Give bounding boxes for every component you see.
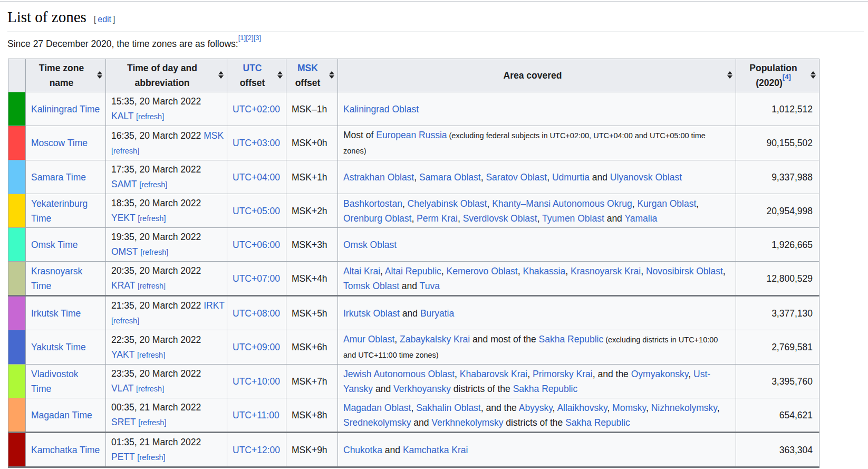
- refresh-link[interactable]: [refresh]: [137, 453, 165, 462]
- utc-offset-link[interactable]: UTC+06:00: [233, 240, 280, 250]
- area-link[interactable]: Amur Oblast: [343, 334, 394, 344]
- area-link[interactable]: Astrakhan Oblast: [343, 172, 414, 183]
- utc-offset-link[interactable]: UTC+12:00: [233, 445, 280, 455]
- abbreviation-link[interactable]: SRET: [111, 417, 136, 427]
- area-link[interactable]: Chelyabinsk Oblast: [408, 198, 487, 209]
- abbreviation-link[interactable]: PETT: [111, 452, 134, 462]
- area-link[interactable]: Sakhalin Oblast: [416, 403, 481, 413]
- reference-link-4[interactable]: [4]: [783, 73, 791, 81]
- utc-offset-link[interactable]: UTC+08:00: [233, 308, 280, 319]
- timezone-link[interactable]: Vladivostok Time: [31, 369, 79, 394]
- area-link[interactable]: Udmurtia: [552, 172, 590, 183]
- timezone-link[interactable]: Yakutsk Time: [31, 342, 86, 352]
- area-link[interactable]: Momsky: [612, 403, 646, 413]
- col-header-timezone-name[interactable]: Time zonename: [26, 59, 106, 92]
- area-link[interactable]: Chukotka: [343, 445, 382, 455]
- abbreviation-link[interactable]: OMST: [111, 246, 138, 257]
- reference-link-3[interactable]: [3]: [254, 34, 261, 42]
- col-header-population[interactable]: Population(2020)[4]: [736, 59, 819, 92]
- area-link[interactable]: Kaliningrad Oblast: [343, 104, 419, 114]
- area-link[interactable]: Khabarovsk Krai: [460, 369, 527, 379]
- area-link[interactable]: Tuva: [420, 281, 440, 291]
- area-link[interactable]: Khakassia: [523, 266, 565, 276]
- area-link[interactable]: Sakha Republic: [539, 334, 604, 344]
- refresh-link[interactable]: [refresh]: [138, 214, 166, 223]
- area-link[interactable]: Srednekolymsky: [343, 417, 411, 428]
- area-link[interactable]: European Russia: [376, 130, 447, 140]
- refresh-link[interactable]: [refresh]: [139, 180, 167, 189]
- col-header-utc-offset[interactable]: UTCoffset: [227, 59, 286, 92]
- refresh-link[interactable]: [refresh]: [111, 317, 139, 325]
- area-link[interactable]: Jewish Autonomous Oblast: [343, 369, 455, 379]
- area-link[interactable]: Primorsky Krai: [533, 369, 593, 379]
- refresh-link[interactable]: [refresh]: [136, 112, 164, 121]
- area-link[interactable]: Magadan Oblast: [343, 403, 411, 413]
- timezone-link[interactable]: Magadan Time: [31, 410, 92, 420]
- edit-link[interactable]: edit: [98, 15, 111, 24]
- area-link[interactable]: Irkutsk Oblast: [343, 308, 400, 319]
- abbreviation-link[interactable]: KRAT: [111, 280, 135, 291]
- utc-offset-link[interactable]: UTC+09:00: [233, 342, 280, 352]
- abbreviation-link[interactable]: SAMT: [111, 179, 137, 189]
- timezone-link[interactable]: Samara Time: [31, 172, 86, 183]
- area-link[interactable]: Sakha Republic: [513, 384, 578, 394]
- area-link[interactable]: Kurgan Oblast: [637, 198, 696, 209]
- utc-offset-link[interactable]: UTC+04:00: [233, 172, 280, 183]
- area-link[interactable]: Zabaykalsky Krai: [400, 334, 470, 344]
- area-link[interactable]: Buryatia: [420, 308, 454, 319]
- abbreviation-link[interactable]: KALT: [111, 111, 133, 121]
- utc-offset-link[interactable]: UTC+10:00: [233, 376, 280, 387]
- area-link[interactable]: Sverdlovsk Oblast: [463, 213, 537, 224]
- area-link[interactable]: Kemerovo Oblast: [447, 266, 518, 276]
- col-header-msk-offset[interactable]: MSKoffset: [286, 59, 338, 92]
- abbreviation-link[interactable]: YEKT: [111, 213, 135, 223]
- reference-link-2[interactable]: [2]: [246, 34, 253, 42]
- area-link[interactable]: Oymyakonsky: [631, 369, 689, 379]
- refresh-link[interactable]: [refresh]: [111, 147, 139, 155]
- area-link[interactable]: Allaikhovsky: [557, 403, 607, 413]
- timezone-link[interactable]: Moscow Time: [31, 138, 88, 148]
- utc-offset-link[interactable]: UTC+11:00: [233, 410, 279, 420]
- refresh-link[interactable]: [refresh]: [138, 418, 166, 427]
- area-link[interactable]: Bashkortostan: [343, 198, 402, 209]
- utc-offset-link[interactable]: UTC+02:00: [233, 104, 280, 114]
- area-link[interactable]: Orenburg Oblast: [343, 213, 411, 224]
- timezone-link[interactable]: Omsk Time: [31, 240, 78, 250]
- area-link[interactable]: Novosibirsk Oblast: [646, 266, 723, 276]
- area-link[interactable]: Perm Krai: [417, 213, 458, 224]
- reference-link-1[interactable]: [1]: [238, 34, 246, 42]
- abbreviation-link[interactable]: VLAT: [111, 383, 133, 394]
- area-link[interactable]: Saratov Oblast: [486, 172, 547, 183]
- area-link[interactable]: Krasnoyarsk Krai: [571, 266, 641, 276]
- timezone-link[interactable]: Kamchatka Time: [31, 445, 100, 455]
- area-link[interactable]: Altai Republic: [385, 266, 441, 276]
- refresh-link[interactable]: [refresh]: [140, 248, 168, 256]
- abbreviation-link[interactable]: IRKT: [204, 300, 225, 311]
- area-link[interactable]: Samara Oblast: [419, 172, 481, 183]
- utc-offset-header-link[interactable]: UTC: [243, 63, 262, 73]
- area-link[interactable]: Altai Krai: [343, 266, 380, 276]
- timezone-link[interactable]: Kaliningrad Time: [31, 104, 100, 114]
- refresh-link[interactable]: [refresh]: [138, 282, 166, 290]
- area-link[interactable]: Tomsk Oblast: [343, 281, 399, 291]
- area-link[interactable]: Sakha Republic: [565, 417, 630, 428]
- area-link[interactable]: Verkhnekolymsky: [431, 417, 503, 428]
- abbreviation-link[interactable]: YAKT: [111, 349, 134, 360]
- area-link[interactable]: Verkhoyansky: [393, 384, 451, 394]
- utc-offset-link[interactable]: UTC+03:00: [233, 138, 280, 148]
- area-link[interactable]: Abyysky: [519, 403, 553, 413]
- area-link[interactable]: Tyumen Oblast: [542, 213, 604, 224]
- refresh-link[interactable]: [refresh]: [137, 351, 165, 359]
- utc-offset-link[interactable]: UTC+07:00: [233, 273, 280, 284]
- area-link[interactable]: Yamalia: [624, 213, 657, 224]
- col-header-area-covered[interactable]: Area covered: [338, 59, 736, 92]
- area-link[interactable]: Nizhnekolymsky: [651, 403, 717, 413]
- timezone-link[interactable]: Yekaterinburg Time: [31, 198, 88, 224]
- col-header-time-of-day[interactable]: Time of day andabbreviation: [106, 59, 227, 92]
- msk-offset-header-link[interactable]: MSK: [297, 63, 318, 73]
- timezone-link[interactable]: Krasnoyarsk Time: [31, 266, 82, 291]
- abbreviation-link[interactable]: MSK: [204, 130, 224, 141]
- utc-offset-link[interactable]: UTC+05:00: [233, 206, 280, 216]
- area-link[interactable]: Khanty–Mansi Autonomous Okrug: [492, 198, 632, 209]
- timezone-link[interactable]: Irkutsk Time: [31, 308, 81, 319]
